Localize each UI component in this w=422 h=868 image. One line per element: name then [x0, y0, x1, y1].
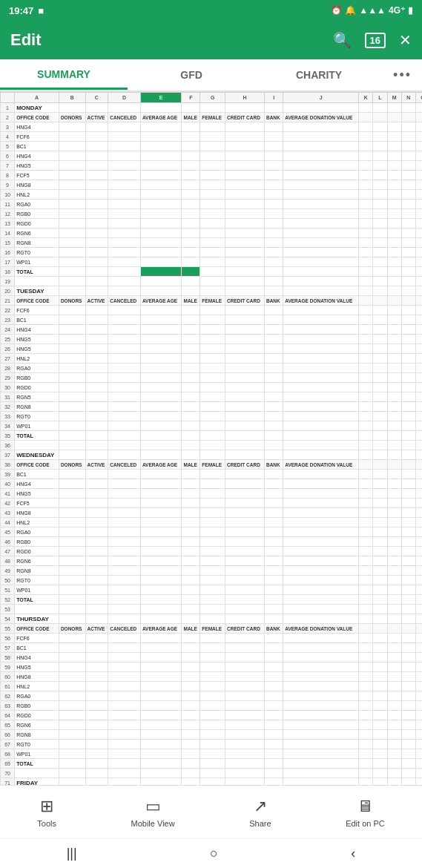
cell[interactable]	[85, 556, 108, 566]
cell[interactable]	[59, 769, 85, 778]
cell[interactable]	[225, 672, 265, 682]
cell[interactable]	[85, 769, 108, 778]
cell[interactable]	[401, 691, 415, 701]
cell[interactable]	[225, 450, 265, 460]
cell[interactable]	[225, 595, 265, 605]
cell[interactable]	[387, 421, 401, 431]
cell[interactable]	[182, 595, 200, 605]
cell[interactable]	[415, 219, 422, 228]
cell[interactable]	[359, 402, 373, 412]
cell[interactable]	[415, 238, 422, 248]
cell[interactable]	[373, 624, 387, 634]
cell[interactable]	[373, 720, 387, 730]
cell[interactable]	[359, 643, 373, 653]
cell[interactable]	[140, 315, 182, 325]
cell[interactable]	[359, 682, 373, 691]
cell[interactable]	[359, 113, 373, 122]
cell[interactable]	[387, 132, 401, 142]
cell[interactable]	[401, 248, 415, 257]
cell[interactable]	[359, 286, 373, 296]
close-icon[interactable]: ✕	[399, 31, 412, 49]
cell[interactable]	[373, 180, 387, 190]
cell[interactable]	[85, 228, 108, 238]
cell[interactable]	[373, 364, 387, 373]
cell[interactable]	[283, 518, 359, 527]
cell[interactable]	[415, 286, 422, 296]
cell[interactable]	[387, 711, 401, 720]
cell[interactable]	[85, 547, 108, 556]
cell[interactable]	[359, 624, 373, 634]
cell[interactable]	[200, 441, 225, 450]
cell[interactable]	[200, 769, 225, 778]
cell[interactable]	[373, 431, 387, 441]
cell[interactable]	[59, 344, 85, 354]
cell[interactable]	[283, 576, 359, 585]
cell[interactable]	[182, 740, 200, 749]
cell[interactable]	[283, 171, 359, 180]
cell[interactable]	[200, 335, 225, 344]
cell[interactable]	[225, 566, 265, 576]
cell[interactable]	[264, 547, 283, 556]
cell[interactable]	[264, 701, 283, 711]
cell[interactable]	[283, 431, 359, 441]
cell[interactable]	[225, 441, 265, 450]
cell[interactable]	[140, 103, 182, 113]
cell[interactable]	[415, 576, 422, 585]
cell[interactable]	[200, 180, 225, 190]
cell[interactable]	[387, 277, 401, 286]
cell[interactable]	[283, 691, 359, 701]
cell[interactable]	[264, 122, 283, 132]
cell[interactable]	[59, 171, 85, 180]
cell[interactable]	[387, 142, 401, 151]
cell[interactable]	[387, 730, 401, 740]
cell[interactable]	[182, 306, 200, 315]
cell[interactable]	[373, 479, 387, 489]
cell[interactable]: MALE	[182, 460, 200, 470]
cell[interactable]	[225, 306, 265, 315]
cell[interactable]	[59, 537, 85, 547]
cell[interactable]	[59, 286, 85, 296]
cell[interactable]	[387, 499, 401, 508]
cell[interactable]	[225, 132, 265, 142]
cell[interactable]	[225, 325, 265, 335]
cell[interactable]	[264, 450, 283, 460]
cell[interactable]	[108, 518, 141, 527]
cell[interactable]: RGT0	[15, 740, 59, 749]
cell[interactable]: RGN6	[15, 228, 59, 238]
cell[interactable]	[85, 662, 108, 672]
cell[interactable]	[387, 238, 401, 248]
cell[interactable]	[225, 769, 265, 778]
cell[interactable]	[200, 537, 225, 547]
cell[interactable]	[59, 711, 85, 720]
cell[interactable]	[59, 749, 85, 759]
cell[interactable]	[85, 190, 108, 200]
cell[interactable]: OFFICE CODE	[15, 460, 59, 470]
cell[interactable]	[59, 238, 85, 248]
cell[interactable]	[85, 672, 108, 682]
cell[interactable]: TUESDAY	[15, 286, 59, 296]
cell[interactable]	[59, 740, 85, 749]
cell[interactable]	[283, 547, 359, 556]
cell[interactable]	[373, 759, 387, 769]
cell[interactable]	[373, 142, 387, 151]
cell[interactable]	[264, 614, 283, 624]
cell[interactable]: HNL2	[15, 682, 59, 691]
cell[interactable]	[85, 518, 108, 527]
cell[interactable]	[283, 161, 359, 171]
cell[interactable]	[387, 103, 401, 113]
cell[interactable]	[140, 470, 182, 479]
cell[interactable]	[359, 653, 373, 662]
cell[interactable]	[225, 412, 265, 421]
cell[interactable]	[182, 759, 200, 769]
cell[interactable]	[401, 296, 415, 306]
cell[interactable]	[415, 730, 422, 740]
cell[interactable]: FCF5	[15, 171, 59, 180]
cell[interactable]	[283, 508, 359, 518]
cell[interactable]: ACTIVE	[85, 624, 108, 634]
cell[interactable]	[200, 634, 225, 643]
cell[interactable]	[283, 778, 359, 786]
cell[interactable]	[140, 383, 182, 392]
cell[interactable]	[140, 402, 182, 412]
cell[interactable]	[415, 691, 422, 701]
cell[interactable]	[108, 508, 141, 518]
